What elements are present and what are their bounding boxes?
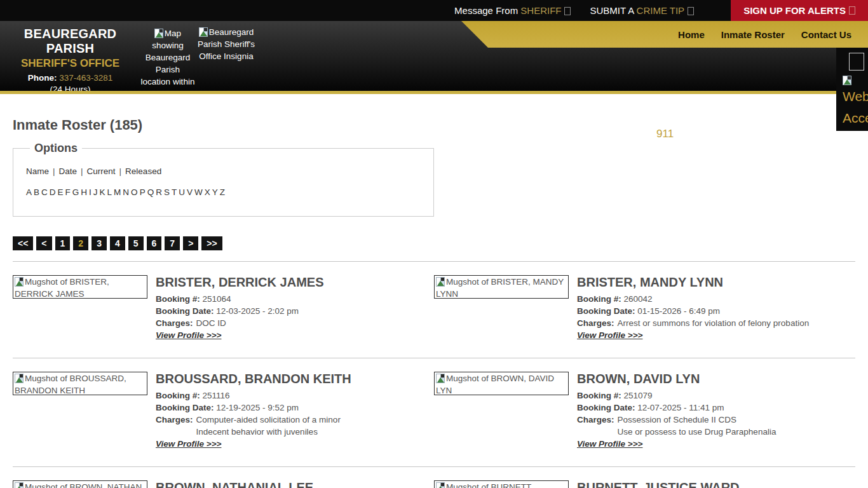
page-button-2[interactable]: 2 xyxy=(73,236,88,250)
missing-glyph-box xyxy=(849,53,864,71)
filter-link-current[interactable]: Current xyxy=(87,166,116,176)
broken-image-icon xyxy=(15,374,24,383)
charges-line: Charges: DOC ID xyxy=(156,317,323,329)
broken-image-icon xyxy=(436,374,445,383)
page-button-<<[interactable]: << xyxy=(13,236,33,250)
letter-link-W[interactable]: W xyxy=(194,187,203,197)
missing-glyph-box xyxy=(688,7,694,15)
page-content: 911 Inmate Roster (185) Options Name|Dat… xyxy=(0,117,868,488)
letter-link-O[interactable]: O xyxy=(131,187,138,197)
alerts-label: SIGN UP FOR ALERTS xyxy=(743,5,846,16)
page-title: Inmate Roster (185) xyxy=(13,117,855,133)
options-panel: Options Name|Date|Current|Released ABCDE… xyxy=(13,142,434,217)
page-button-6[interactable]: 6 xyxy=(147,236,162,250)
charges-values: Possession of Schedule II CDSUse or poss… xyxy=(618,414,776,438)
letter-link-S[interactable]: S xyxy=(164,187,170,197)
charge-item: DOC ID xyxy=(196,317,226,329)
letter-link-U[interactable]: U xyxy=(179,187,185,197)
charges-line: Charges: Computer-aided solicitation of … xyxy=(156,414,351,438)
filter-link-name[interactable]: Name xyxy=(26,166,49,176)
page-button-5[interactable]: 5 xyxy=(128,236,144,250)
broken-image-icon xyxy=(199,27,208,37)
nav-item-inmate-roster[interactable]: Inmate Roster xyxy=(721,29,785,40)
letter-link-P[interactable]: P xyxy=(140,187,146,197)
broken-mugshot-image: Mugshot of BROUSSARD, BRANDON KEITH xyxy=(13,372,147,395)
nav-item-contact-us[interactable]: Contact Us xyxy=(801,29,851,40)
letter-link-L[interactable]: L xyxy=(107,187,112,197)
page-button-<[interactable]: < xyxy=(36,236,51,250)
page-button-3[interactable]: 3 xyxy=(92,236,107,250)
letter-link-N[interactable]: N xyxy=(123,187,129,197)
letter-link-I[interactable]: I xyxy=(89,187,92,197)
letter-link-Q[interactable]: Q xyxy=(147,187,154,197)
web-accessibility-label: Web Accessibility xyxy=(843,86,868,129)
letter-link-C[interactable]: C xyxy=(41,187,48,197)
filter-separator: | xyxy=(119,166,122,176)
agency-name-line1: BEAUREGARD PARISH xyxy=(5,27,135,56)
filter-separator: | xyxy=(53,166,55,176)
letter-link-R[interactable]: R xyxy=(156,187,162,197)
booking-date-line: Booking Date: 12-07-2025 - 11:41 pm xyxy=(577,402,776,414)
booking-date-value: 12-07-2025 - 11:41 pm xyxy=(637,403,724,412)
charges-line: Charges: Arrest or summons for violation… xyxy=(577,317,809,329)
mugshot-alt-text: Mugshot of BROWN, NATHAN xyxy=(25,482,142,488)
booking-number-line: Booking #: 251064 xyxy=(156,293,323,305)
inmate-name: BURNETT, JUSTICE WARD xyxy=(577,480,740,488)
inmate-details: BRISTER, MANDY LYNN Booking #: 260042 Bo… xyxy=(577,275,809,341)
alphabet-links: ABCDEFGHIJKLMNOPQRSTUVWXYZ xyxy=(26,187,421,197)
letter-link-M[interactable]: M xyxy=(114,187,121,197)
web-accessibility-widget[interactable]: Web Accessibility xyxy=(836,48,868,131)
page-button-7[interactable]: 7 xyxy=(165,236,180,250)
message-from-label: Message From xyxy=(454,5,518,16)
emergency-911-link[interactable]: 911 xyxy=(656,128,674,140)
booking-number-value: 251064 xyxy=(203,294,231,304)
phone-number-link[interactable]: 337-463-3281 xyxy=(59,73,112,83)
roster-row: Mugshot of BROUSSARD, BRANDON KEITH BROU… xyxy=(13,358,855,466)
letter-link-H[interactable]: H xyxy=(81,187,87,197)
letter-link-K[interactable]: K xyxy=(100,187,105,197)
letter-link-V[interactable]: V xyxy=(187,187,193,197)
nav-item-home[interactable]: Home xyxy=(678,29,705,40)
inmate-name: BROWN, NATHANIAL LEE xyxy=(156,480,313,488)
filter-link-date[interactable]: Date xyxy=(59,166,78,176)
inmate-card: Mugshot of BRISTER, MANDY LYNN BRISTER, … xyxy=(434,275,855,341)
mugshot-alt-text: Mugshot of BURNETT, JUSTICE WARD xyxy=(436,482,533,488)
view-profile-link[interactable]: View Profile >>> xyxy=(577,439,642,449)
view-profile-link[interactable]: View Profile >>> xyxy=(577,330,642,340)
letter-link-E[interactable]: E xyxy=(58,187,64,197)
missing-glyph-box xyxy=(564,7,571,15)
letter-link-Z[interactable]: Z xyxy=(220,187,225,197)
submit-crime-tip-link[interactable]: SUBMIT A CRIME TIP xyxy=(590,5,694,16)
view-profile-link[interactable]: View Profile >>> xyxy=(156,330,221,340)
inmate-name: BROWN, DAVID LYN xyxy=(577,372,776,386)
letter-link-J[interactable]: J xyxy=(93,187,98,197)
view-profile-link[interactable]: View Profile >>> xyxy=(156,439,221,449)
charges-values: Computer-aided solicitation of a minorIn… xyxy=(196,414,341,438)
inmate-details: BROUSSARD, BRANDON KEITH Booking #: 2511… xyxy=(156,372,351,449)
booking-date-value: 01-15-2026 - 6:49 pm xyxy=(637,306,720,316)
inmate-details: BRISTER, DERRICK JAMES Booking #: 251064… xyxy=(156,275,323,341)
letter-link-A[interactable]: A xyxy=(26,187,32,197)
inmate-card: Mugshot of BURNETT, JUSTICE WARD BURNETT… xyxy=(434,480,855,488)
letter-link-X[interactable]: X xyxy=(205,187,210,197)
page-button-4[interactable]: 4 xyxy=(110,236,125,250)
letter-link-F[interactable]: F xyxy=(65,187,71,197)
submit-a-label: SUBMIT A xyxy=(590,5,634,16)
letter-link-T[interactable]: T xyxy=(172,187,177,197)
letter-link-D[interactable]: D xyxy=(50,187,56,197)
booking-date-label: Booking Date: xyxy=(577,306,635,316)
page-button-1[interactable]: 1 xyxy=(55,236,71,250)
inmate-card: Mugshot of BROUSSARD, BRANDON KEITH BROU… xyxy=(13,372,434,449)
letter-link-Y[interactable]: Y xyxy=(212,187,218,197)
page-button->>[interactable]: >> xyxy=(201,236,222,250)
charges-label: Charges: xyxy=(577,414,614,438)
message-from-sheriff-link[interactable]: Message From SHERIFF xyxy=(454,5,571,16)
filter-link-released[interactable]: Released xyxy=(125,166,161,176)
booking-number-value: 251079 xyxy=(624,391,653,400)
broken-image-icon xyxy=(154,29,163,38)
letter-link-B[interactable]: B xyxy=(34,187,39,197)
sign-up-for-alerts-button[interactable]: SIGN UP FOR ALERTS xyxy=(731,0,868,21)
letter-link-G[interactable]: G xyxy=(72,187,79,197)
page-button->[interactable]: > xyxy=(183,236,198,250)
agency-identity-block: BEAUREGARD PARISH SHERIFF'S OFFICE Phone… xyxy=(5,27,135,91)
